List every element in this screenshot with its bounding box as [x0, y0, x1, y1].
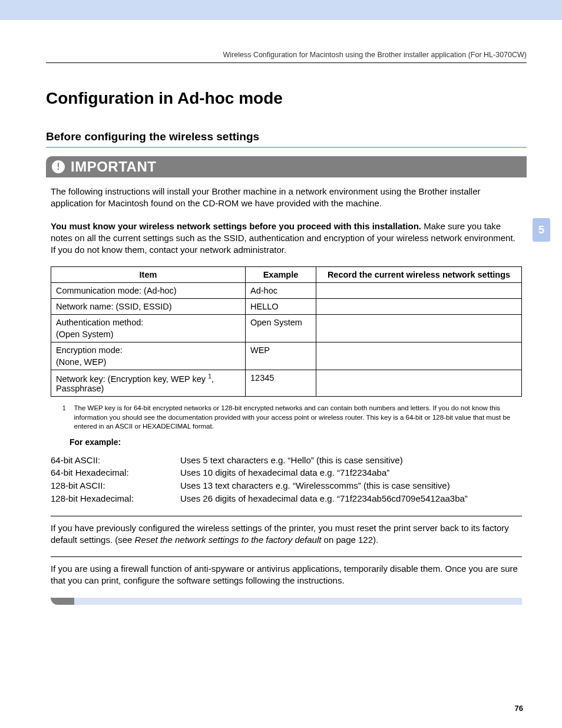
table-row: Communication mode: (Ad-hoc) Ad-hoc [51, 283, 522, 299]
important-callout-bar: ! IMPORTANT [46, 156, 527, 177]
table-row: Network name: (SSID, ESSID) HELLO [51, 299, 522, 315]
paragraph-requirements: You must know your wireless network sett… [46, 220, 527, 256]
cell-example: Ad-hoc [246, 283, 316, 299]
cell-item: Authentication method:(Open System) [51, 315, 246, 342]
cell-example: 12345 [246, 370, 316, 397]
example-row: 64-bit ASCII:Uses 5 text characters e.g.… [51, 454, 468, 467]
cell-record[interactable] [316, 299, 522, 315]
footnote-text: The WEP key is for 64-bit encrypted netw… [74, 404, 522, 431]
example-row: 128-bit Hexadecimal:Uses 26 digits of he… [51, 492, 468, 505]
for-example-label: For example: [46, 437, 527, 447]
section-heading: Before configuring the wireless settings [46, 130, 527, 148]
example-row: 128-bit ASCII:Uses 13 text characters e.… [51, 479, 468, 492]
cell-item: Encryption mode:(None, WEP) [51, 342, 246, 370]
table-row: Network key: (Encryption key, WEP key 1,… [51, 370, 522, 397]
section-bottom-bar [51, 598, 522, 605]
paragraph-intro: The following instructions will install … [46, 186, 527, 210]
reset-link[interactable]: Reset the network settings to the factor… [135, 535, 322, 545]
table-row: Authentication method:(Open System) Open… [51, 315, 522, 342]
page-content: Wireless Configuration for Macintosh usi… [0, 20, 562, 605]
divider [51, 556, 522, 557]
important-icon: ! [52, 160, 65, 173]
th-item: Item [51, 267, 246, 283]
cell-item: Network key: (Encryption key, WEP key 1,… [51, 370, 246, 397]
cell-example: HELLO [246, 299, 316, 315]
settings-table: Item Example Record the current wireless… [51, 266, 522, 397]
top-band [0, 0, 562, 20]
table-row: Encryption mode:(None, WEP) WEP [51, 342, 522, 370]
paragraph-reset: If you have previously configured the wi… [46, 522, 527, 546]
footnote: 1 The WEP key is for 64-bit encrypted ne… [46, 404, 527, 431]
th-record: Record the current wireless network sett… [316, 267, 522, 283]
divider [51, 516, 522, 516]
important-label: IMPORTANT [71, 159, 156, 175]
cell-example: Open System [246, 315, 316, 342]
cell-example: WEP [246, 342, 316, 370]
paragraph-firewall: If you are using a firewall function of … [46, 563, 527, 587]
cell-item: Network name: (SSID, ESSID) [51, 299, 246, 315]
cell-record[interactable] [316, 342, 522, 370]
bold-lead: You must know your wireless network sett… [51, 221, 421, 231]
page-number: 76 [515, 704, 523, 713]
th-example: Example [246, 267, 316, 283]
example-row: 64-bit Hexadecimal:Uses 10 digits of hex… [51, 466, 468, 479]
cell-record[interactable] [316, 315, 522, 342]
page-title: Configuration in Ad-hoc mode [46, 89, 527, 108]
cell-item: Communication mode: (Ad-hoc) [51, 283, 246, 299]
cell-record[interactable] [316, 370, 522, 397]
running-header: Wireless Configuration for Macintosh usi… [46, 51, 527, 63]
examples-table: 64-bit ASCII:Uses 5 text characters e.g.… [51, 454, 468, 505]
cell-record[interactable] [316, 283, 522, 299]
footnote-number: 1 [62, 404, 74, 431]
